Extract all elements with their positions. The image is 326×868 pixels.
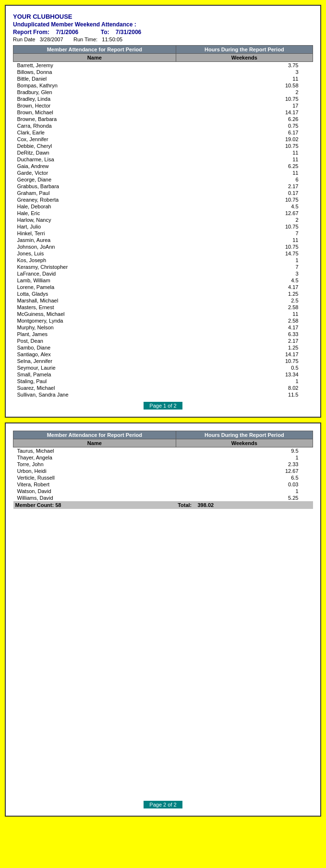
header-hours-report: Hours During the Report Period [176, 46, 313, 54]
member-name: Bradbury, Glen [13, 89, 176, 96]
member-weekends: 2.58 [176, 304, 313, 311]
member-name: Johnson, JoAnn [13, 243, 176, 250]
table-row: Montgomery, Lynda2.58 [13, 317, 313, 324]
member-name: Browne, Barbara [13, 116, 176, 122]
member-weekends: 3.75 [176, 62, 313, 69]
table-row: Barrett, Jeremy3.75 [13, 62, 313, 69]
member-weekends: 10.58 [176, 82, 313, 89]
total-label: Total: [178, 502, 192, 508]
member-weekends: 6 [176, 176, 313, 183]
table-row: Urbon, Heidi12.67 [13, 468, 313, 474]
run-date: 3/28/2007 [40, 36, 63, 42]
table-row: Garde, Victor11 [13, 169, 313, 176]
table-row: Carra, Rhonda0.75 [13, 122, 313, 129]
run-time: 11:50:05 [102, 36, 122, 42]
member-weekends: 4.17 [176, 284, 313, 290]
member-name: Murphy, Nelson [13, 324, 176, 331]
table-row: Lotta, Gladys1.25 [13, 290, 313, 297]
table-row: Watson, David1 [13, 488, 313, 494]
member-name: Suarez, Michael [13, 385, 176, 391]
table-row: Grabbus, Barbara2.17 [13, 183, 313, 190]
member-weekends: 0.17 [176, 190, 313, 196]
member-name: Seymour, Laurie [13, 364, 176, 371]
member-weekends: 11 [176, 311, 313, 317]
run-time-label: Run Time: [73, 36, 97, 42]
member-weekends: 2 [176, 89, 313, 96]
member-weekends: 2.58 [176, 317, 313, 324]
member-name: Barrett, Jeremy [13, 62, 176, 69]
member-weekends: 19.02 [176, 136, 313, 143]
table-row: Thayer, Angela1 [13, 454, 313, 461]
table-header-sub: Name Weekends [13, 54, 313, 62]
table-row: Bompas, Kathryn10.58 [13, 82, 313, 89]
col-name-header: Name [13, 54, 176, 62]
total-value: Total: 398.02 [176, 501, 313, 509]
member-weekends: 1.25 [176, 290, 313, 297]
member-weekends: 4.17 [176, 324, 313, 331]
member-weekends: 14.75 [176, 250, 313, 257]
table-row: Bradbury, Glen2 [13, 89, 313, 96]
table-row: Bradley, Linda10.75 [13, 96, 313, 102]
member-weekends: 0.03 [176, 481, 313, 488]
member-name: Lotta, Gladys [13, 290, 176, 297]
member-weekends: 17 [176, 102, 313, 109]
report-from-label: Report From: [13, 29, 49, 36]
member-weekends: 11.5 [176, 391, 313, 398]
member-name: Hinkel, Terri [13, 230, 176, 237]
table-row: George, Diane6 [13, 176, 313, 183]
member-name: Graham, Paul [13, 190, 176, 196]
club-title: YOUR CLUBHOUSE [13, 13, 313, 20]
table-row: Kos, Joseph1 [13, 257, 313, 264]
table-row: Ducharme, Lisa11 [13, 156, 313, 163]
table-row: Hart, Julio10.75 [13, 223, 313, 230]
member-weekends: 12.67 [176, 210, 313, 217]
table-row: Plant, James6.33 [13, 331, 313, 338]
table-row: Hale, Eric12.67 [13, 210, 313, 217]
member-weekends: 13.34 [176, 371, 313, 378]
table-row: Post, Dean2.17 [13, 338, 313, 344]
table-header-sub-p2: Name Weekends [13, 439, 313, 447]
table-row: Greaney, Roberta10.75 [13, 196, 313, 203]
member-name: Bittle, Daniel [13, 75, 176, 82]
member-count: Member Count: 58 [13, 501, 176, 509]
member-weekends: 6.17 [176, 129, 313, 136]
table-header-top-p2: Member Attendance for Report Period Hour… [13, 431, 313, 439]
table-header-top: Member Attendance for Report Period Hour… [13, 46, 313, 54]
total-amount: 398.02 [198, 502, 214, 508]
member-name: Plant, James [13, 331, 176, 338]
table-row: Vitera, Robert0.03 [13, 481, 313, 488]
col-weekends-header-p2: Weekends [176, 439, 313, 447]
member-weekends: 4.5 [176, 277, 313, 284]
table-row: Hinkel, Terri7 [13, 230, 313, 237]
member-name: Bompas, Kathryn [13, 82, 176, 89]
member-weekends: 6.26 [176, 116, 313, 122]
attendance-table-page1: Member Attendance for Report Period Hour… [13, 45, 313, 398]
member-name: Post, Dean [13, 338, 176, 344]
member-name: Selna, Jennifer [13, 358, 176, 364]
member-weekends: 0.75 [176, 122, 313, 129]
table-row: Bittle, Daniel11 [13, 75, 313, 82]
member-weekends: 6.33 [176, 331, 313, 338]
member-name: Carra, Rhonda [13, 122, 176, 129]
member-name: Masters, Ernest [13, 304, 176, 311]
member-weekends: 2 [176, 217, 313, 223]
member-weekends: 10.75 [176, 358, 313, 364]
col-name-header-p2: Name [13, 439, 176, 447]
table-row: Torre, John2.33 [13, 461, 313, 468]
member-weekends: 5.25 [176, 494, 313, 501]
page-indicator-2: Page 2 of 2 [13, 801, 313, 808]
member-weekends: 6.25 [176, 163, 313, 169]
member-weekends: 11 [176, 156, 313, 163]
member-weekends: 7 [176, 230, 313, 237]
member-name: Gaia, Andrew [13, 163, 176, 169]
member-name: Billows, Donna [13, 69, 176, 75]
member-weekends: 11 [176, 237, 313, 243]
report-subtitle: Unduplicated Member Weekend Attendance : [13, 21, 313, 28]
member-name: Lamb, William [13, 277, 176, 284]
member-weekends: 1 [176, 257, 313, 264]
table-row: Jones, Luis14.75 [13, 250, 313, 257]
table-row: Lamb, William4.5 [13, 277, 313, 284]
member-name: Staling, Paul [13, 378, 176, 385]
table-row: Harlow, Nancy2 [13, 217, 313, 223]
header-hours-report-p2: Hours During the Report Period [176, 431, 313, 439]
